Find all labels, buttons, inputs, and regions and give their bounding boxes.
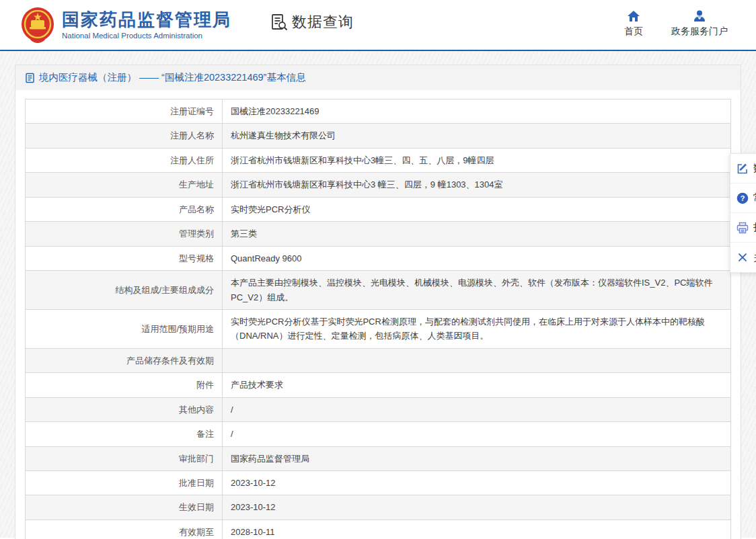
svg-text:?: ? (741, 194, 745, 202)
data-query-title: 数据查询 (270, 12, 354, 32)
user-icon (693, 9, 706, 23)
panel-item-label: 关 (753, 251, 756, 264)
field-label: 备注 (26, 422, 223, 446)
table-row: 批准日期 2023-10-12 (26, 471, 731, 495)
field-label: 有效期至 (26, 520, 223, 539)
field-value (223, 348, 731, 372)
nav-home[interactable]: 首页 (624, 9, 643, 38)
table-row: 备注 / (26, 422, 731, 446)
table-row: 附件 产品技术要求 (26, 373, 731, 397)
table-row: 其他内容 / (26, 397, 731, 421)
field-label: 审批部门 (26, 446, 223, 470)
national-emblem-icon (20, 7, 55, 43)
table-row: 管理类别 第三类 (26, 222, 731, 246)
field-label: 生产地址 (26, 173, 223, 197)
panel-item-print[interactable]: 打 (730, 213, 756, 243)
nav-portal-label: 政务服务门户 (671, 26, 728, 38)
main-area: 境内医疗器械（注册） —— “国械注准20233221469”基本信息 注册证编… (0, 51, 756, 538)
panel-item-label: 常 (753, 192, 756, 204)
field-label: 注册证编号 (26, 99, 223, 124)
document-icon (25, 73, 35, 83)
table-row: 注册人住所 浙江省杭州市钱塘新区和享科技中心3幢三、四、五、八层，9幢四层 (26, 148, 731, 172)
field-label: 产品储存条件及有效期 (26, 348, 223, 372)
field-value: 产品技术要求 (223, 373, 731, 397)
field-value: 2028-10-11 (223, 520, 731, 539)
nmpa-logo: 国家药品监督管理局 National Medical Products Admi… (20, 7, 231, 43)
content-card: 境内医疗器械（注册） —— “国械注准20233221469”基本信息 注册证编… (15, 65, 741, 539)
home-icon (627, 9, 640, 23)
field-value: 国家药品监督管理局 (223, 446, 731, 470)
field-label: 适用范围/预期用途 (26, 309, 223, 348)
field-label: 结构及组成/主要组成成分 (26, 271, 223, 310)
field-label: 注册人住所 (26, 148, 223, 172)
panel-item-label: 数 (753, 162, 756, 175)
field-value: 国械注准20233221469 (223, 99, 731, 124)
field-value: / (223, 422, 731, 446)
field-value: / (223, 397, 731, 421)
table-row: 审批部门 国家药品监督管理局 (26, 446, 731, 470)
table-row: 注册人名称 杭州遂真生物技术有限公司 (26, 124, 731, 148)
org-name-cn: 国家药品监督管理局 (62, 10, 231, 30)
field-value: 2023-10-12 (223, 495, 731, 520)
table-row: 型号规格 QuantReady 9600 (26, 246, 731, 270)
field-value: 浙江省杭州市钱塘新区和享科技中心3 幢三、四层，9 幢1303、1304室 (223, 173, 731, 197)
edit-icon (736, 163, 749, 175)
field-label: 生效日期 (26, 495, 223, 520)
org-name-en: National Medical Products Administration (62, 32, 231, 40)
field-label: 附件 (26, 373, 223, 397)
table-row: 产品名称 实时荧光PCR分析仪 (26, 197, 731, 221)
panel-item-data[interactable]: 数 (730, 154, 756, 183)
table-row: 产品储存条件及有效期 (26, 348, 731, 372)
printer-icon (736, 222, 749, 234)
table-row: 注册证编号 国械注准20233221469 (26, 99, 731, 124)
panel-item-faq[interactable]: ? 常 (730, 183, 756, 213)
close-icon (736, 251, 749, 263)
field-value: 第三类 (223, 222, 731, 246)
field-label: 管理类别 (26, 222, 223, 246)
field-value: 实时荧光PCR分析仪 (223, 197, 731, 221)
table-row: 生效日期 2023-10-12 (26, 495, 731, 520)
document-search-icon (270, 13, 289, 32)
field-value: QuantReady 9600 (223, 246, 731, 270)
question-icon: ? (736, 192, 749, 204)
field-value: 2023-10-12 (223, 471, 731, 495)
table-row: 有效期至 2028-10-11 (26, 520, 731, 539)
field-label: 批准日期 (26, 471, 223, 495)
side-tool-panel: 数 ? 常 打 关 (730, 153, 756, 273)
field-value: 浙江省杭州市钱塘新区和享科技中心3幢三、四、五、八层，9幢四层 (223, 148, 731, 172)
field-value: 实时荧光PCR分析仪基于实时荧光PCR检测原理，与配套的检测试剂共同使用，在临床… (223, 309, 731, 348)
breadcrumb: 境内医疗器械（注册） —— “国械注准20233221469”基本信息 (15, 65, 741, 90)
page-header: 国家药品监督管理局 National Medical Products Admi… (0, 0, 756, 51)
registration-info-table: 注册证编号 国械注准20233221469 注册人名称 杭州遂真生物技术有限公司… (25, 99, 731, 539)
nav-portal[interactable]: 政务服务门户 (671, 9, 728, 38)
panel-item-label: 打 (753, 221, 756, 234)
field-label: 其他内容 (26, 397, 223, 421)
table-row: 生产地址 浙江省杭州市钱塘新区和享科技中心3 幢三、四层，9 幢1303、130… (26, 173, 731, 197)
table-row: 结构及组成/主要组成成分 本产品主要由控制模块、温控模块、光电模块、机械模块、电… (26, 271, 731, 310)
field-label: 注册人名称 (26, 124, 223, 148)
table-row: 适用范围/预期用途 实时荧光PCR分析仪基于实时荧光PCR检测原理，与配套的检测… (26, 309, 731, 348)
field-value: 本产品主要由控制模块、温控模块、光电模块、机械模块、电源模块、外壳、软件（发布版… (223, 271, 731, 310)
data-query-label: 数据查询 (292, 12, 354, 32)
breadcrumb-text: 境内医疗器械（注册） —— “国械注准20233221469”基本信息 (39, 71, 305, 84)
nav-home-label: 首页 (624, 26, 643, 38)
panel-item-close[interactable]: 关 (730, 243, 756, 272)
field-label: 产品名称 (26, 197, 223, 221)
field-label: 型号规格 (26, 246, 223, 270)
field-value: 杭州遂真生物技术有限公司 (223, 124, 731, 148)
